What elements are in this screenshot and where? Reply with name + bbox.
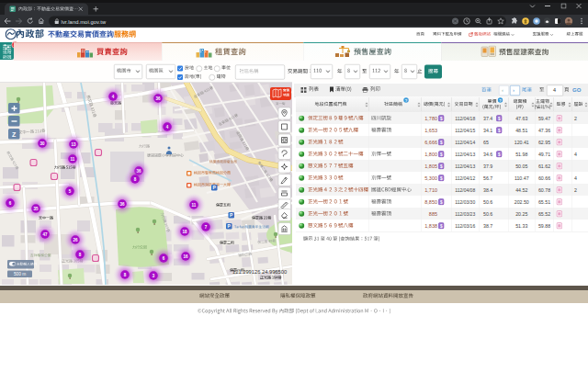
svg-text:$: $ — [440, 141, 443, 145]
svg-text:$: $ — [440, 152, 443, 157]
svg-text:Z: Z — [12, 131, 17, 138]
svg-text:11: 11 — [192, 203, 197, 208]
svg-text:$: $ — [440, 200, 443, 205]
svg-text:$: $ — [440, 164, 443, 169]
svg-text:121.299126 24.996500: 121.299126 24.996500 — [232, 269, 287, 275]
svg-text:?: ? — [499, 98, 502, 103]
svg-text:$: $ — [440, 117, 443, 121]
svg-text:36: 36 — [119, 202, 125, 207]
svg-text:11: 11 — [71, 157, 75, 162]
svg-text:16: 16 — [183, 254, 188, 259]
svg-text:$: $ — [498, 152, 501, 157]
svg-text:$: $ — [498, 129, 501, 133]
svg-text:35: 35 — [33, 207, 39, 211]
svg-text:30: 30 — [40, 141, 45, 146]
svg-text:500 m: 500 m — [14, 272, 26, 276]
svg-text:26: 26 — [73, 238, 78, 242]
svg-text:18: 18 — [182, 230, 187, 234]
svg-text:$: $ — [498, 117, 501, 121]
svg-text:?: ? — [405, 98, 408, 103]
svg-text:$: $ — [440, 224, 443, 229]
svg-text:47: 47 — [42, 232, 48, 237]
svg-text:13: 13 — [71, 142, 76, 147]
svg-text:$: $ — [440, 176, 443, 181]
svg-text:36: 36 — [155, 96, 161, 101]
